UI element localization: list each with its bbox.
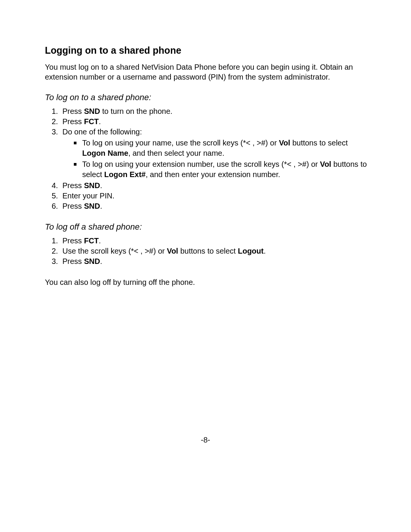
bullet-text: , and then select your name. [128, 149, 224, 157]
step-text: . [100, 257, 102, 265]
key-label: FCT [84, 117, 99, 126]
step-text: Enter your PIN. [62, 192, 115, 200]
logoff-steps-list: Press FCT. Use the scroll keys (*< , >#)… [45, 236, 369, 267]
step-text: . [264, 247, 266, 255]
step-text: buttons to select [178, 247, 238, 255]
step-text: Press [62, 202, 84, 210]
bullet-text: buttons to select [290, 139, 348, 147]
list-item: Press SND to turn on the phone. [60, 106, 369, 117]
list-item: Use the scroll keys (*< , >#) or Vol but… [60, 246, 369, 256]
closing-paragraph: You can also log off by turning off the … [45, 277, 369, 287]
step-text: Press [62, 107, 84, 115]
logon-subheading: To log on to a shared phone: [45, 93, 369, 102]
list-item: Enter your PIN. [60, 191, 369, 201]
bullet-text: To log on using your extension number, u… [82, 160, 320, 168]
logon-steps-list: Press SND to turn on the phone. Press FC… [45, 106, 369, 211]
list-item: Press SND. [60, 181, 369, 191]
page-number: -8- [0, 436, 411, 444]
key-label: Vol [279, 139, 290, 147]
bullet-text: To log on using your name, use the scrol… [82, 139, 279, 147]
list-item: Press SND. [60, 201, 369, 211]
document-page: Logging on to a shared phone You must lo… [0, 0, 411, 532]
logoff-subheading: To log off a shared phone: [45, 222, 369, 232]
list-item: To log on using your name, use the scrol… [74, 138, 369, 158]
step-text: to turn on the phone. [100, 107, 172, 115]
step-text: . [100, 181, 102, 190]
key-label: SND [84, 202, 100, 210]
list-item: To log on using your extension number, u… [74, 159, 369, 180]
step-text: . [100, 202, 102, 210]
key-label: Vol [320, 160, 331, 168]
list-item: Press FCT. [60, 236, 369, 246]
step-text: Press [62, 117, 84, 126]
step-text: Press [62, 181, 84, 190]
key-label: SND [84, 107, 100, 115]
step-text: Use the scroll keys (*< , >#) or [62, 247, 167, 255]
menu-option-label: Logon Name [82, 149, 128, 157]
list-item: Press SND. [60, 256, 369, 267]
section-title: Logging on to a shared phone [45, 45, 369, 56]
menu-option-label: Logout [238, 247, 264, 255]
key-label: SND [84, 181, 100, 190]
key-label: FCT [84, 236, 99, 245]
step-text: . [99, 236, 101, 245]
key-label: SND [84, 257, 100, 265]
step-text: Do one of the following: [62, 128, 142, 136]
intro-paragraph: You must log on to a shared NetVision Da… [45, 62, 369, 82]
step-text: . [99, 117, 101, 126]
menu-option-label: Logon Ext# [104, 170, 146, 179]
list-item: Do one of the following: To log on using… [60, 127, 369, 180]
bullet-text: , and then enter your extension number. [146, 170, 280, 179]
sub-bullet-list: To log on using your name, use the scrol… [62, 138, 369, 180]
step-text: Press [62, 257, 84, 265]
list-item: Press FCT. [60, 117, 369, 127]
step-text: Press [62, 236, 84, 245]
key-label: Vol [167, 247, 178, 255]
